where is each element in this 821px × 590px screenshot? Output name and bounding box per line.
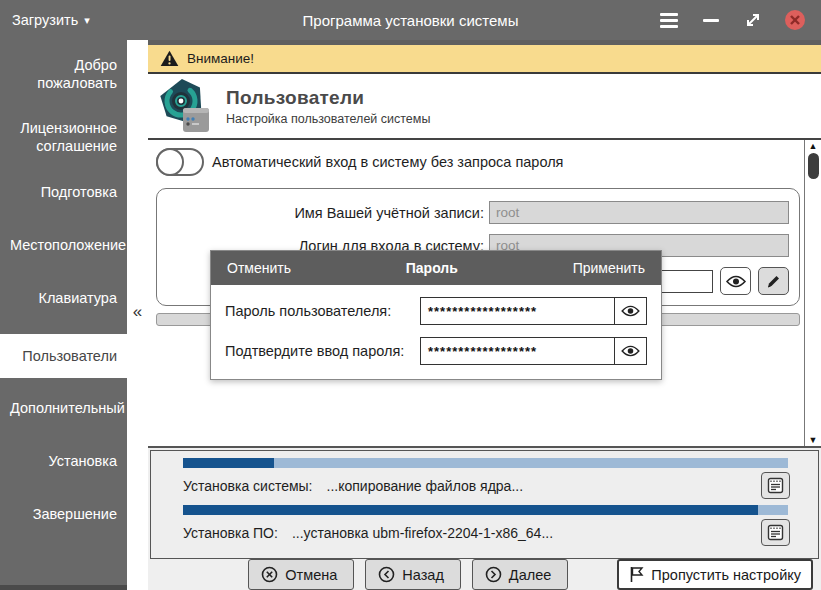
close-button[interactable] (785, 10, 805, 30)
resize-icon (744, 11, 762, 29)
pencil-icon (766, 274, 781, 289)
system-install-progress-fill (183, 458, 274, 468)
flag-icon (629, 566, 644, 583)
system-install-log-button[interactable] (761, 472, 790, 499)
sidebar-collapse-strip: « (127, 40, 148, 590)
eye-icon (726, 275, 746, 288)
load-menu-label: Загрузить (12, 12, 78, 28)
content-viewport: Автоматический вход в систему без запрос… (148, 140, 821, 448)
main-panel: Внимание! (148, 40, 821, 590)
footer-buttons: Отмена Назад Далее (148, 559, 821, 590)
warning-banner: Внимание! (148, 45, 821, 74)
titlebar: Загрузить ▾ Программа установки системы (0, 0, 821, 40)
installation-progress-panel: Установка системы: ...копирование файлов… (150, 450, 819, 559)
show-password-button[interactable] (720, 267, 751, 295)
password-modal: Отменить Пароль Применить Пароль пользов… (210, 250, 662, 380)
scroll-down-icon[interactable]: ▼ (809, 434, 818, 446)
autologin-toggle[interactable] (156, 148, 204, 176)
sidebar-item-installation[interactable]: Установка (0, 444, 127, 478)
page-subtitle: Настройка пользователей системы (226, 112, 430, 126)
hamburger-icon (660, 13, 678, 28)
sidebar-item-finish[interactable]: Завершение (0, 497, 127, 531)
app-logo-icon (156, 77, 214, 135)
sidebar-item-users[interactable]: Пользователи (0, 334, 127, 378)
back-circle-icon (378, 566, 395, 583)
autologin-toggle-row: Автоматический вход в систему без запрос… (148, 140, 804, 182)
sidebar-item-welcome[interactable]: Добро пожаловать (0, 48, 127, 100)
password-input[interactable]: ****************** (421, 304, 614, 319)
skip-button-label: Пропустить настройку (651, 567, 801, 583)
back-button-label: Назад (402, 567, 444, 583)
next-button[interactable]: Далее (472, 559, 568, 590)
log-icon (767, 477, 784, 494)
maximize-button[interactable] (743, 10, 763, 30)
chevron-down-icon: ▾ (84, 14, 90, 27)
software-install-status: ...установка ubm-firefox-2204-1-x86_64..… (292, 525, 553, 541)
sidebar-bottom-strip (0, 585, 127, 590)
page-header-text: Пользователи Настройка пользователей сис… (226, 87, 430, 126)
password-field-label: Пароль пользователеля: (225, 303, 420, 319)
warning-icon (160, 50, 179, 67)
confirm-password-field: ****************** (420, 337, 647, 365)
sidebar-item-additional[interactable]: Дополнительный (0, 391, 127, 425)
account-name-input[interactable]: root (489, 201, 789, 224)
collapse-sidebar-button[interactable]: « (127, 302, 148, 322)
account-name-label: Имя Вашей учётной записи: (167, 205, 489, 221)
software-install-label: Установка ПО: (183, 525, 278, 541)
cancel-button[interactable]: Отмена (248, 559, 354, 590)
close-icon (790, 15, 800, 25)
warning-text: Внимание! (187, 51, 254, 66)
account-name-row: Имя Вашей учётной записи: root (167, 201, 789, 224)
skip-setup-button[interactable]: Пропустить настройку (617, 559, 813, 590)
minimize-button[interactable] (701, 10, 721, 30)
password-show-button[interactable] (614, 298, 646, 324)
sidebar-item-location[interactable]: Местоположение (0, 228, 127, 262)
cancel-circle-icon (261, 566, 278, 583)
vertical-scrollbar[interactable]: ▲ ▼ (804, 140, 821, 446)
back-button[interactable]: Назад (365, 559, 461, 590)
modal-cancel-button[interactable]: Отменить (227, 260, 291, 276)
system-install-progressbar (183, 458, 788, 468)
toggle-knob (156, 148, 184, 176)
confirm-password-label: Подтвердите ввод пароля: (225, 343, 420, 359)
window-controls (659, 10, 821, 30)
software-install-row: Установка ПО: ...установка ubm-firefox-2… (183, 519, 790, 546)
password-modal-header: Отменить Пароль Применить (211, 251, 661, 285)
menu-icon[interactable] (659, 10, 679, 30)
sidebar-item-keyboard[interactable]: Клавиатура (0, 281, 127, 315)
scroll-up-icon[interactable]: ▲ (809, 140, 818, 152)
page-title: Пользователи (226, 87, 430, 109)
system-install-status: ...копирование файлов ядра... (327, 478, 524, 494)
eye-icon (621, 305, 640, 317)
software-install-log-button[interactable] (761, 519, 790, 546)
password-field: ****************** (420, 297, 647, 325)
steps-sidebar: Добро пожаловать Лицензионное соглашение… (0, 40, 127, 590)
cancel-button-label: Отмена (285, 567, 337, 583)
sidebar-item-preparation[interactable]: Подготовка (0, 175, 127, 209)
modal-title: Пароль (406, 260, 458, 276)
eye-icon (621, 345, 640, 357)
software-install-progress-fill (183, 505, 758, 515)
confirm-password-show-button[interactable] (614, 338, 646, 364)
load-menu-button[interactable]: Загрузить ▾ (0, 0, 102, 40)
edit-password-button[interactable] (758, 267, 789, 295)
sidebar-item-license[interactable]: Лицензионное соглашение (0, 111, 127, 163)
confirm-password-field-row: Подтвердите ввод пароля: ***************… (225, 337, 647, 365)
modal-apply-button[interactable]: Применить (573, 260, 645, 276)
autologin-toggle-label: Автоматический вход в систему без запрос… (212, 154, 563, 170)
next-circle-icon (485, 566, 502, 583)
confirm-password-input[interactable]: ****************** (421, 344, 614, 359)
password-modal-body: Пароль пользователеля: *****************… (211, 285, 661, 379)
system-install-row: Установка системы: ...копирование файлов… (183, 472, 790, 499)
page-header: Пользователи Настройка пользователей сис… (148, 74, 821, 140)
software-install-progressbar (183, 505, 788, 515)
system-install-label: Установка системы: (183, 478, 313, 494)
app-body: Добро пожаловать Лицензионное соглашение… (0, 40, 821, 590)
password-field-row: Пароль пользователеля: *****************… (225, 297, 647, 325)
installer-window: Загрузить ▾ Программа установки системы (0, 0, 821, 590)
next-button-label: Далее (509, 567, 551, 583)
minimize-icon (703, 19, 719, 22)
scrollbar-thumb[interactable] (808, 153, 819, 179)
log-icon (767, 524, 784, 541)
